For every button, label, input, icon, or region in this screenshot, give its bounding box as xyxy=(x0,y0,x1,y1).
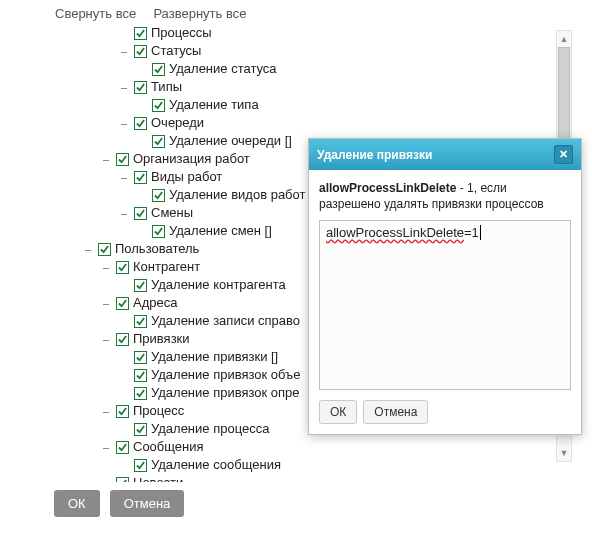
tree-label[interactable]: Смены xyxy=(151,204,193,222)
tree-label[interactable]: Сообщения xyxy=(133,438,204,456)
collapse-icon[interactable]: – xyxy=(100,405,112,417)
tree-label[interactable]: Пользователь xyxy=(115,240,199,258)
tree-label[interactable]: Типы xyxy=(151,78,182,96)
dialog-ok-button[interactable]: ОК xyxy=(319,400,357,424)
tree-spacer xyxy=(118,459,130,471)
collapse-icon[interactable]: – xyxy=(82,243,94,255)
tree-checkbox[interactable] xyxy=(134,81,147,94)
tree-label[interactable]: Процессы xyxy=(151,24,212,42)
collapse-icon[interactable]: – xyxy=(100,441,112,453)
tree-label[interactable]: Удаление контрагента xyxy=(151,276,286,294)
tree-label[interactable]: Новости xyxy=(133,474,183,482)
tree-checkbox[interactable] xyxy=(134,117,147,130)
tree-label[interactable]: Удаление типа xyxy=(169,96,259,114)
tree-label[interactable]: Удаление смен [] xyxy=(169,222,272,240)
collapse-all-link[interactable]: Свернуть все xyxy=(55,6,136,21)
tree-label[interactable]: Удаление сообщения xyxy=(151,456,281,474)
dialog-description: allowProcessLinkDelete - 1, если разреше… xyxy=(319,180,571,212)
tree-spacer xyxy=(118,369,130,381)
expand-all-link[interactable]: Развернуть все xyxy=(153,6,246,21)
tree-checkbox[interactable] xyxy=(152,135,165,148)
tree-spacer xyxy=(136,99,148,111)
scroll-down-button[interactable]: ▼ xyxy=(557,445,571,461)
tree-checkbox[interactable] xyxy=(134,207,147,220)
tree-checkbox[interactable] xyxy=(116,261,129,274)
tree-label[interactable]: Удаление записи справо xyxy=(151,312,300,330)
tree-spacer xyxy=(136,189,148,201)
tree-label[interactable]: Очереди xyxy=(151,114,204,132)
collapse-icon[interactable]: – xyxy=(100,261,112,273)
collapse-icon[interactable]: – xyxy=(118,81,130,93)
collapse-icon[interactable]: – xyxy=(118,45,130,57)
tree-spacer xyxy=(118,423,130,435)
dialog-title: Удаление привязки xyxy=(317,148,432,162)
tree-label[interactable]: Удаление очереди [] xyxy=(169,132,292,150)
tree-row: –Статусы xyxy=(10,42,560,60)
collapse-icon[interactable]: – xyxy=(100,153,112,165)
tree-checkbox[interactable] xyxy=(134,171,147,184)
tree-spacer xyxy=(118,27,130,39)
collapse-icon[interactable]: – xyxy=(118,171,130,183)
tree-checkbox[interactable] xyxy=(134,423,147,436)
tree-label[interactable]: Удаление привязки [] xyxy=(151,348,278,366)
tree-row: –Сообщения xyxy=(10,438,560,456)
tree-spacer xyxy=(136,135,148,147)
tree-label[interactable]: Контрагент xyxy=(133,258,200,276)
collapse-icon[interactable]: – xyxy=(100,297,112,309)
tree-spacer xyxy=(118,279,130,291)
tree-checkbox[interactable] xyxy=(152,189,165,202)
tree-row: Удаление сообщения xyxy=(10,456,560,474)
cancel-button[interactable]: Отмена xyxy=(110,490,185,517)
tree-spacer xyxy=(118,315,130,327)
collapse-icon[interactable]: – xyxy=(118,207,130,219)
tree-checkbox[interactable] xyxy=(134,279,147,292)
tree-spacer xyxy=(136,63,148,75)
tree-checkbox[interactable] xyxy=(116,333,129,346)
tree-checkbox[interactable] xyxy=(134,369,147,382)
tree-checkbox[interactable] xyxy=(134,387,147,400)
tree-checkbox[interactable] xyxy=(152,225,165,238)
ok-button[interactable]: ОК xyxy=(54,490,100,517)
tree-label[interactable]: Удаление привязок опре xyxy=(151,384,300,402)
tree-checkbox[interactable] xyxy=(116,153,129,166)
tree-row: –Очереди xyxy=(10,114,560,132)
collapse-icon[interactable]: – xyxy=(118,117,130,129)
tree-label[interactable]: Удаление статуса xyxy=(169,60,277,78)
tree-checkbox[interactable] xyxy=(98,243,111,256)
tree-checkbox[interactable] xyxy=(134,315,147,328)
tree-checkbox[interactable] xyxy=(152,99,165,112)
tree-checkbox[interactable] xyxy=(134,27,147,40)
tree-row: –Типы xyxy=(10,78,560,96)
tree-row: Процессы xyxy=(10,24,560,42)
edit-dialog: Удаление привязки ✕ allowProcessLinkDele… xyxy=(308,138,582,435)
tree-label[interactable]: Процесс xyxy=(133,402,184,420)
collapse-icon[interactable]: – xyxy=(100,333,112,345)
tree-checkbox[interactable] xyxy=(116,441,129,454)
tree-checkbox[interactable] xyxy=(134,351,147,364)
close-icon[interactable]: ✕ xyxy=(554,145,573,164)
tree-checkbox[interactable] xyxy=(134,459,147,472)
collapse-icon[interactable]: – xyxy=(100,477,112,482)
tree-checkbox[interactable] xyxy=(134,45,147,58)
tree-checkbox[interactable] xyxy=(152,63,165,76)
tree-label[interactable]: Удаление видов работ xyxy=(169,186,305,204)
tree-label[interactable]: Адреса xyxy=(133,294,177,312)
tree-label[interactable]: Удаление привязок объе xyxy=(151,366,300,384)
tree-label[interactable]: Привязки xyxy=(133,330,190,348)
tree-row: Удаление статуса xyxy=(10,60,560,78)
tree-spacer xyxy=(118,351,130,363)
tree-label[interactable]: Организация работ xyxy=(133,150,250,168)
tree-label[interactable]: Статусы xyxy=(151,42,201,60)
scroll-up-button[interactable]: ▲ xyxy=(557,31,571,47)
dialog-cancel-button[interactable]: Отмена xyxy=(363,400,428,424)
tree-label[interactable]: Виды работ xyxy=(151,168,222,186)
tree-checkbox[interactable] xyxy=(116,477,129,483)
tree-spacer xyxy=(118,387,130,399)
dialog-textarea[interactable]: allowProcessLinkDelete=1 xyxy=(319,220,571,390)
tree-label[interactable]: Удаление процесса xyxy=(151,420,269,438)
tree-checkbox[interactable] xyxy=(116,297,129,310)
tree-row: Удаление типа xyxy=(10,96,560,114)
tree-checkbox[interactable] xyxy=(116,405,129,418)
dialog-titlebar[interactable]: Удаление привязки ✕ xyxy=(309,139,581,170)
tree-spacer xyxy=(136,225,148,237)
